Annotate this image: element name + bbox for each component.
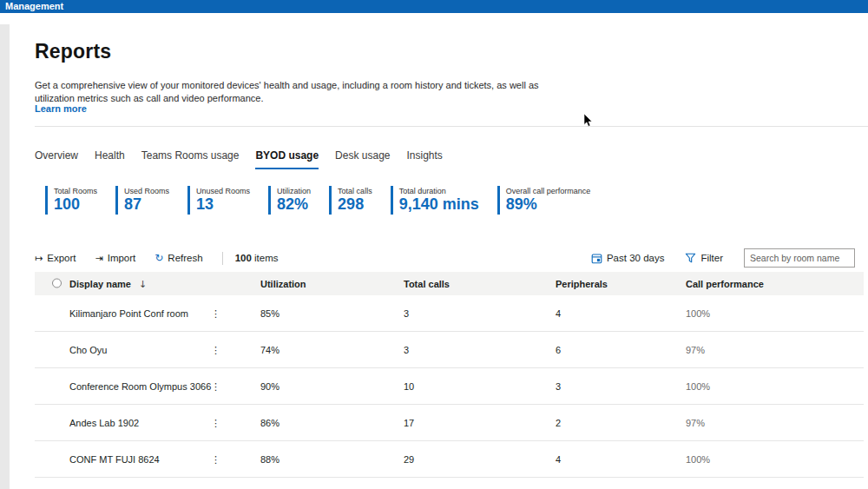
peripherals-value: 4 xyxy=(556,454,561,465)
table-header-row: Display name↓ Utilization Total calls Pe… xyxy=(35,272,864,295)
tab-insights[interactable]: Insights xyxy=(406,149,442,169)
utilization-value: 88% xyxy=(260,454,279,465)
row-more-options-icon[interactable]: ⋮ xyxy=(211,417,220,428)
app-title: Management xyxy=(5,1,63,11)
metric-overall-call-performance: Overall call performance 89% xyxy=(497,186,591,215)
call-performance-value: 97% xyxy=(686,345,705,355)
peripherals-value: 4 xyxy=(556,308,561,319)
total-calls-value: 10 xyxy=(404,381,414,392)
room-name[interactable]: Conference Room Olympus 3066 xyxy=(69,381,211,392)
column-header-call-performance[interactable]: Call performance xyxy=(686,279,764,289)
table-toolbar: ↦ Export ⇥ Import ↻ Refresh 100 items Pa… xyxy=(35,248,855,268)
column-header-peripherals[interactable]: Peripherals xyxy=(556,279,608,289)
page-description: Get a comprehensive view of your monitor… xyxy=(35,79,577,105)
metric-used-rooms: Used Rooms 87 xyxy=(115,186,169,215)
section-divider xyxy=(35,126,868,127)
room-name[interactable]: Andes Lab 1902 xyxy=(69,418,139,428)
table-row[interactable]: CONF MT FUJI 8624 ⋮ 88% 29 4 100% xyxy=(35,441,864,478)
row-more-options-icon[interactable]: ⋮ xyxy=(211,307,220,319)
total-calls-value: 17 xyxy=(404,418,414,428)
table-row[interactable]: Andes Lab 1902 ⋮ 86% 17 2 97% xyxy=(35,405,864,441)
refresh-label: Refresh xyxy=(168,253,202,263)
metric-value: 9,140 mins xyxy=(399,196,479,213)
tab-teams-rooms-usage[interactable]: Teams Rooms usage xyxy=(141,149,240,169)
select-all-checkbox[interactable] xyxy=(52,278,62,287)
metric-label: Used Rooms xyxy=(124,187,169,195)
metric-label: Overall call performance xyxy=(506,187,591,195)
room-name[interactable]: Kilimanjaro Point Conf room xyxy=(69,308,188,319)
items-count-suffix: items xyxy=(252,253,279,263)
calendar-icon xyxy=(591,253,602,264)
metric-value: 87 xyxy=(124,196,169,213)
tab-health[interactable]: Health xyxy=(95,149,125,169)
app-header: Management xyxy=(0,0,868,13)
total-calls-value: 3 xyxy=(404,308,409,319)
report-tabs: Overview Health Teams Rooms usage BYOD u… xyxy=(35,149,443,169)
peripherals-value: 2 xyxy=(556,418,561,428)
table-row[interactable]: Cho Oyu ⋮ 74% 3 6 97% xyxy=(35,332,864,368)
tab-desk-usage[interactable]: Desk usage xyxy=(335,149,390,169)
tab-byod-usage[interactable]: BYOD usage xyxy=(255,149,319,169)
items-count: 100 items xyxy=(235,253,279,263)
metric-label: Unused Rooms xyxy=(196,187,250,195)
room-name[interactable]: Cho Oyu xyxy=(69,345,107,355)
import-icon: ⇥ xyxy=(95,253,102,264)
utilization-value: 86% xyxy=(260,418,279,428)
metric-value: 82% xyxy=(277,196,311,213)
items-count-number: 100 xyxy=(235,253,252,263)
page-title: Reports xyxy=(35,40,111,63)
import-button[interactable]: ⇥ Import xyxy=(95,253,135,264)
import-label: Import xyxy=(108,253,136,263)
mouse-cursor-icon xyxy=(583,114,593,131)
sort-descending-icon: ↓ xyxy=(139,278,147,289)
row-more-options-icon[interactable]: ⋮ xyxy=(211,453,220,465)
call-performance-value: 100% xyxy=(686,308,710,319)
total-calls-value: 29 xyxy=(404,454,414,465)
utilization-value: 85% xyxy=(260,308,279,319)
filter-icon xyxy=(685,253,696,263)
metric-value: 13 xyxy=(196,196,250,213)
metric-total-rooms: Total Rooms 100 xyxy=(45,186,97,215)
search-input[interactable] xyxy=(744,248,855,268)
toolbar-divider xyxy=(222,252,223,265)
tab-overview[interactable]: Overview xyxy=(35,149,78,169)
date-range-label: Past 30 days xyxy=(607,253,664,263)
table-row[interactable]: Conference Room Olympus 3066 ⋮ 90% 10 3 … xyxy=(35,368,864,405)
metric-total-calls: Total calls 298 xyxy=(329,186,372,215)
collapsed-sidebar[interactable] xyxy=(0,24,10,489)
metric-label: Total duration xyxy=(399,187,479,195)
total-calls-value: 3 xyxy=(404,345,409,355)
metric-value: 89% xyxy=(506,196,591,213)
filter-button[interactable]: Filter xyxy=(685,253,723,263)
metrics-strip: Total Rooms 100 Used Rooms 87 Unused Roo… xyxy=(45,186,590,215)
metric-label: Total Rooms xyxy=(54,187,97,195)
metric-utilization: Utilization 82% xyxy=(268,186,311,215)
call-performance-value: 100% xyxy=(686,381,710,392)
peripherals-value: 6 xyxy=(556,345,561,355)
utilization-value: 74% xyxy=(260,345,279,355)
filter-label: Filter xyxy=(700,253,723,263)
export-button[interactable]: ↦ Export xyxy=(35,253,76,264)
refresh-icon: ↻ xyxy=(155,252,163,264)
column-header-display-name[interactable]: Display name↓ xyxy=(69,278,147,289)
refresh-button[interactable]: ↻ Refresh xyxy=(155,252,202,264)
learn-more-link[interactable]: Learn more xyxy=(35,103,87,114)
metric-unused-rooms: Unused Rooms 13 xyxy=(187,186,250,215)
export-label: Export xyxy=(47,253,76,263)
metric-value: 100 xyxy=(54,196,97,213)
utilization-value: 90% xyxy=(260,381,279,392)
date-range-button[interactable]: Past 30 days xyxy=(591,253,664,264)
metric-label: Utilization xyxy=(277,187,311,195)
row-more-options-icon[interactable]: ⋮ xyxy=(211,380,220,392)
column-header-utilization[interactable]: Utilization xyxy=(260,279,306,289)
room-name[interactable]: CONF MT FUJI 8624 xyxy=(69,454,160,465)
table-row[interactable]: Kilimanjaro Point Conf room ⋮ 85% 3 4 10… xyxy=(35,295,864,332)
call-performance-value: 100% xyxy=(686,454,710,465)
column-header-total-calls[interactable]: Total calls xyxy=(404,279,450,289)
row-more-options-icon[interactable]: ⋮ xyxy=(211,344,220,355)
call-performance-value: 97% xyxy=(686,418,705,428)
metric-label: Total calls xyxy=(338,187,372,195)
rooms-table: Display name↓ Utilization Total calls Pe… xyxy=(35,272,864,478)
peripherals-value: 3 xyxy=(556,381,561,392)
export-icon: ↦ xyxy=(35,253,43,264)
